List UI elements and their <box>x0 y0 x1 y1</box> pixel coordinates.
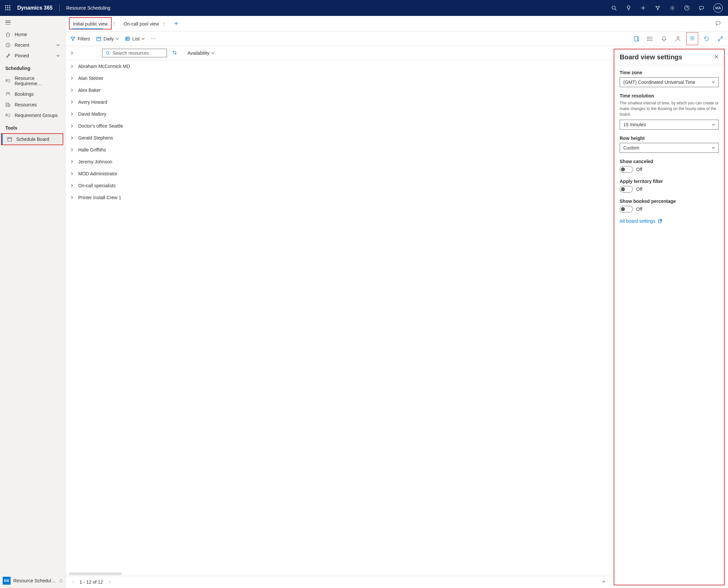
daily-label: Daily <box>103 36 114 41</box>
svg-point-10 <box>8 92 9 94</box>
resource-item[interactable]: Doctor's office Seattle <box>66 120 614 132</box>
resource-item[interactable]: MOD Administrator <box>66 168 614 180</box>
gear-icon[interactable] <box>689 35 695 41</box>
resource-item[interactable]: Abraham McCormick MD <box>66 60 614 72</box>
sort-button[interactable] <box>172 50 177 56</box>
booked-pct-state: Off <box>636 207 642 212</box>
nav-requirement-groups[interactable]: Requirement Groups <box>0 110 65 121</box>
booked-pct-field: Show booked percentage Off <box>620 198 719 212</box>
resource-panel: Availability Abraham McCormick MDAlan St… <box>66 46 614 588</box>
chevron-right-icon <box>70 124 73 128</box>
resource-item[interactable]: Alex Baker <box>66 84 614 96</box>
resource-item[interactable]: Alan Steiner <box>66 72 614 84</box>
filters-button[interactable]: Filters <box>70 36 90 41</box>
svg-point-9 <box>6 92 8 94</box>
close-button[interactable] <box>714 54 719 60</box>
resource-item[interactable]: David Mallory <box>66 108 614 120</box>
avatar[interactable]: MA <box>713 3 723 13</box>
collapse-pagination-button[interactable] <box>602 580 606 585</box>
tab-initial-more-icon[interactable]: ⋮ <box>112 21 116 26</box>
popout-icon <box>658 219 662 224</box>
home-icon <box>5 32 10 37</box>
expand-icon[interactable] <box>718 36 723 42</box>
people-list-icon <box>5 78 10 84</box>
filter-icon[interactable] <box>655 5 660 10</box>
svg-point-12 <box>6 114 7 115</box>
tab-oncall-view[interactable]: On-call pool view ⋮ <box>120 17 170 30</box>
list-view-icon[interactable] <box>647 36 653 42</box>
search-icon <box>106 51 110 55</box>
nav-schedule-board[interactable]: Schedule Board <box>2 134 63 145</box>
search-icon[interactable] <box>612 5 617 10</box>
top-nav: Dynamics 365 Resource Scheduling MA <box>0 0 728 16</box>
nav-resources[interactable]: Resources <box>0 100 65 110</box>
person-icon[interactable] <box>675 36 681 42</box>
nav-pinned[interactable]: Pinned <box>0 50 65 61</box>
tab-oncall-more-icon[interactable]: ⋮ <box>162 21 166 26</box>
chevron-down-icon <box>142 37 145 40</box>
show-canceled-field: Show canceled Off <box>620 159 719 173</box>
timezone-label: Time zone <box>620 70 719 75</box>
rowheight-dropdown[interactable]: Custom <box>620 143 719 153</box>
tab-initial-view[interactable]: Initial public view <box>69 17 112 29</box>
bell-icon[interactable] <box>661 36 667 42</box>
row-height-field: Row height Custom <box>620 135 719 153</box>
sidebar-footer[interactable]: RS Resource Schedul… <box>0 573 65 588</box>
svg-rect-6 <box>700 6 704 9</box>
book-icon[interactable] <box>633 36 639 42</box>
svg-point-30 <box>647 40 648 41</box>
list-dropdown[interactable]: List <box>125 36 145 41</box>
footer-app-name: Resource Schedul… <box>13 578 57 583</box>
search-resources-input[interactable] <box>102 49 167 57</box>
resource-item[interactable]: Jeremy Johnson <box>66 156 614 168</box>
resource-list[interactable]: Abraham McCormick MDAlan SteinerAlex Bak… <box>66 60 614 570</box>
nav-resource-requirements[interactable]: Resource Requireme… <box>0 73 65 89</box>
list-label: List <box>132 36 140 41</box>
app-launcher-icon[interactable] <box>5 5 10 10</box>
clock-icon <box>5 42 10 48</box>
chevron-right-icon <box>70 196 73 199</box>
tab-initial-label: Initial public view <box>73 21 108 26</box>
search-field[interactable] <box>112 50 163 56</box>
collapse-panel-button[interactable] <box>69 49 75 57</box>
nav-home[interactable]: Home <box>0 29 65 40</box>
booked-pct-toggle[interactable] <box>620 206 633 212</box>
top-nav-right: MA <box>612 3 723 13</box>
gear-icon[interactable] <box>670 5 675 10</box>
scrollbar[interactable] <box>69 572 122 575</box>
timezone-dropdown[interactable]: (GMT) Coordinated Universal Time <box>620 77 719 87</box>
territory-state: Off <box>636 187 642 192</box>
help-icon[interactable] <box>684 5 689 10</box>
availability-dropdown[interactable]: Availability <box>188 50 215 56</box>
timeres-label: Time resolution <box>620 93 719 99</box>
more-actions-button[interactable]: ⋯ <box>151 36 156 42</box>
next-page-button[interactable] <box>108 580 111 585</box>
timezone-value: (GMT) Coordinated Universal Time <box>623 80 695 85</box>
chat-icon[interactable] <box>699 5 704 10</box>
plus-icon[interactable] <box>641 5 646 10</box>
daily-dropdown[interactable]: Daily <box>96 36 119 41</box>
territory-toggle[interactable] <box>620 186 633 193</box>
resource-item[interactable]: Printer Install Crew 1 <box>66 192 614 204</box>
nav-recent[interactable]: Recent <box>0 40 65 50</box>
resource-item[interactable]: Avery Howard <box>66 96 614 108</box>
nav-bookings[interactable]: Bookings <box>0 89 65 100</box>
resource-item[interactable]: Gerald Stephens <box>66 132 614 144</box>
prev-page-button[interactable] <box>71 580 75 585</box>
resource-item[interactable]: Halle Griffiths <box>66 144 614 156</box>
add-tab-button[interactable]: + <box>170 20 182 27</box>
show-canceled-toggle[interactable] <box>620 166 633 173</box>
lightbulb-icon[interactable] <box>626 5 631 10</box>
resource-name: MOD Administrator <box>78 171 117 176</box>
resource-name: Alex Baker <box>78 87 101 93</box>
nav-resource-requirements-label: Resource Requireme… <box>15 76 60 86</box>
hamburger-button[interactable] <box>0 16 65 29</box>
resource-item[interactable]: On-call specialists <box>66 180 614 192</box>
chevron-right-icon <box>70 65 73 68</box>
rowheight-label: Row height <box>620 135 719 141</box>
timeres-dropdown[interactable]: 15 minutes <box>620 120 719 130</box>
search-row: Availability <box>66 46 614 60</box>
all-board-settings-link[interactable]: All board settings <box>620 218 719 224</box>
refresh-icon[interactable] <box>704 36 709 42</box>
chat-corner[interactable] <box>715 21 725 27</box>
